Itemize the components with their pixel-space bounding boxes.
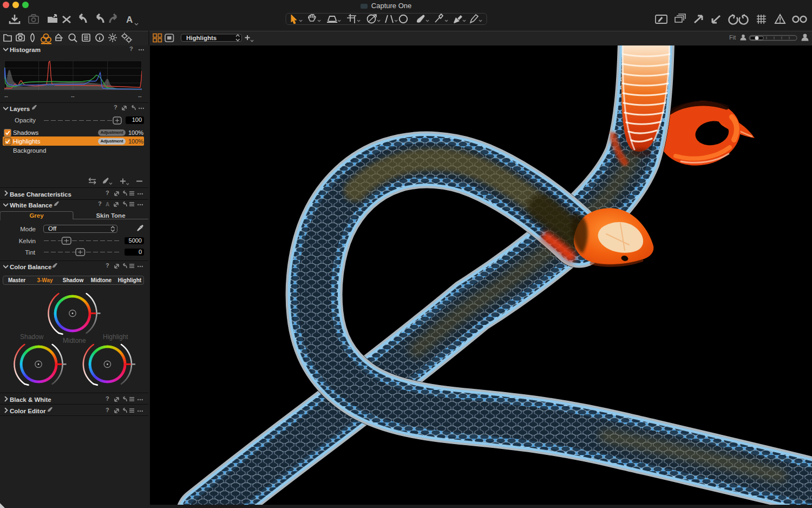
svg-text:Fit: Fit (729, 34, 736, 41)
svg-text:A: A (106, 201, 109, 207)
svg-text:Midtone: Midtone (63, 337, 86, 344)
svg-text:Highlights: Highlights (186, 35, 217, 41)
svg-text:Highlight: Highlight (103, 333, 128, 341)
svg-text:Shadow: Shadow (20, 333, 44, 341)
